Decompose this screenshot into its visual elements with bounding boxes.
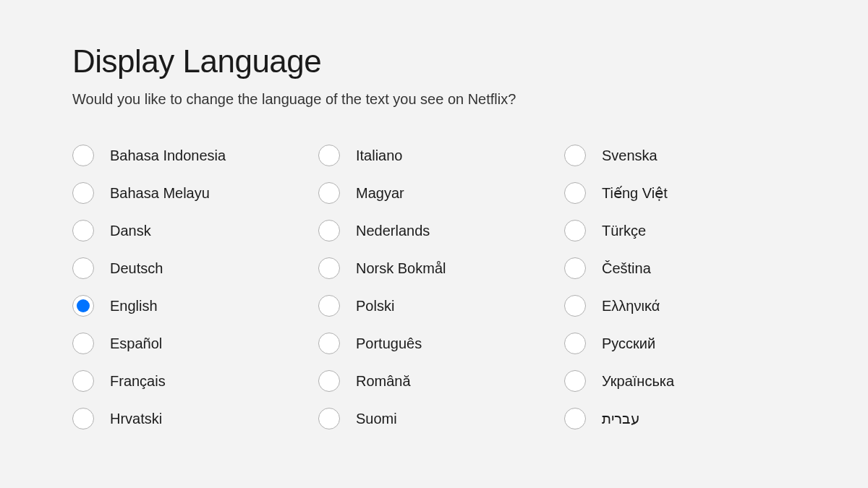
language-option[interactable]: Deutsch [72, 249, 304, 287]
language-option[interactable]: Українська [564, 362, 796, 400]
language-settings-container: Display Language Would you like to chang… [0, 0, 868, 437]
radio-button-icon [564, 220, 586, 241]
language-label: Hrvatski [110, 411, 162, 427]
radio-button-icon [72, 408, 94, 429]
language-option[interactable]: Polski [318, 287, 550, 325]
language-label: Suomi [356, 411, 397, 427]
language-label: Magyar [356, 185, 404, 202]
language-label: Čeština [602, 260, 651, 277]
radio-button-icon [318, 257, 340, 279]
language-option[interactable]: Română [318, 362, 550, 400]
radio-button-icon [318, 295, 340, 317]
language-label: Dansk [110, 223, 151, 239]
language-label: English [110, 298, 158, 314]
language-label: Bahasa Indonesia [110, 147, 226, 164]
radio-button-icon [318, 145, 340, 166]
language-label: עברית [602, 410, 640, 427]
language-option[interactable]: Tiếng Việt [564, 174, 796, 212]
language-option[interactable]: Svenska [564, 137, 796, 174]
radio-button-icon [72, 370, 94, 392]
language-label: Українська [602, 373, 674, 390]
language-label: Ελληνικά [602, 298, 660, 314]
language-option[interactable]: Nederlands [318, 212, 550, 249]
language-label: Norsk Bokmål [356, 260, 446, 277]
language-label: Português [356, 335, 422, 352]
radio-button-icon [72, 295, 94, 317]
language-label: Tiếng Việt [602, 184, 668, 202]
language-label: Français [110, 373, 166, 390]
radio-button-icon [72, 182, 94, 204]
radio-button-icon [318, 182, 340, 204]
language-option[interactable]: Magyar [318, 174, 550, 212]
language-label: Nederlands [356, 223, 430, 239]
language-option[interactable]: Dansk [72, 212, 304, 249]
radio-button-icon [564, 408, 586, 429]
radio-button-icon [564, 333, 586, 354]
language-option[interactable]: Čeština [564, 249, 796, 287]
language-option[interactable]: Norsk Bokmål [318, 249, 550, 287]
language-label: Polski [356, 298, 394, 314]
radio-button-icon [564, 145, 586, 166]
language-option[interactable]: עברית [564, 400, 796, 437]
language-label: Italiano [356, 147, 403, 164]
radio-button-icon [318, 408, 340, 429]
language-option[interactable]: Português [318, 325, 550, 362]
language-option[interactable]: Русский [564, 325, 796, 362]
language-option[interactable]: Español [72, 325, 304, 362]
radio-button-icon [564, 182, 586, 204]
language-label: Bahasa Melayu [110, 185, 210, 202]
page-subtitle: Would you like to change the language of… [72, 91, 796, 108]
language-option[interactable]: Italiano [318, 137, 550, 174]
radio-button-icon [72, 145, 94, 166]
language-option[interactable]: Bahasa Melayu [72, 174, 304, 212]
language-label: Türkçe [602, 223, 646, 239]
radio-button-icon [318, 333, 340, 354]
radio-button-icon [564, 295, 586, 317]
language-option[interactable]: English [72, 287, 304, 325]
language-option[interactable]: Bahasa Indonesia [72, 137, 304, 174]
language-label: Español [110, 335, 162, 352]
language-option[interactable]: Français [72, 362, 304, 400]
radio-dot-icon [77, 299, 90, 312]
radio-button-icon [318, 220, 340, 241]
radio-button-icon [72, 333, 94, 354]
radio-button-icon [564, 257, 586, 279]
language-option[interactable]: Ελληνικά [564, 287, 796, 325]
language-label: Русский [602, 335, 655, 352]
language-label: Svenska [602, 147, 658, 164]
language-label: Română [356, 373, 411, 390]
radio-button-icon [564, 370, 586, 392]
language-label: Deutsch [110, 260, 163, 277]
language-option[interactable]: Hrvatski [72, 400, 304, 437]
radio-button-icon [72, 257, 94, 279]
radio-button-icon [318, 370, 340, 392]
page-title: Display Language [72, 43, 796, 80]
language-grid: Bahasa IndonesiaItalianoSvenskaBahasa Me… [72, 137, 796, 437]
radio-button-icon [72, 220, 94, 241]
language-option[interactable]: Suomi [318, 400, 550, 437]
language-option[interactable]: Türkçe [564, 212, 796, 249]
